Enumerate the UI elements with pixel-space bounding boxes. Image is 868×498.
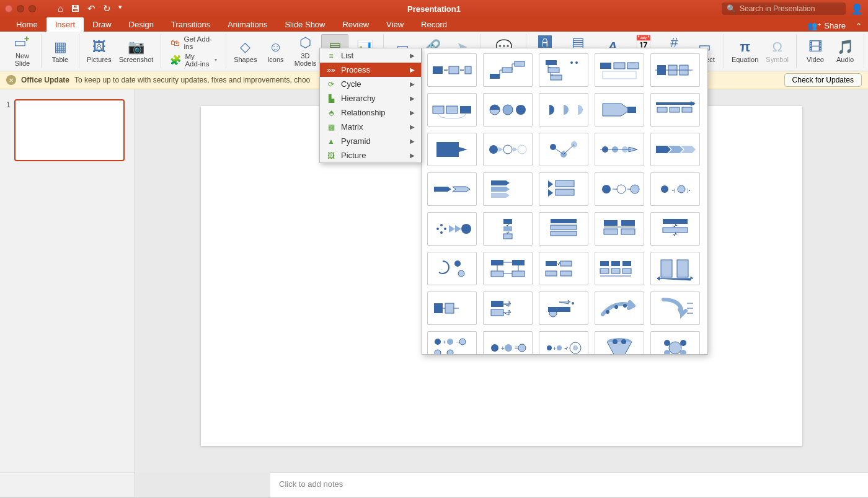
- search-box[interactable]: 🔍: [722, 2, 846, 15]
- gallery-item[interactable]: [427, 212, 477, 246]
- gallery-item[interactable]: +: [539, 331, 588, 355]
- get-addins-button[interactable]: 🛍Get Add-ins: [166, 35, 221, 51]
- smartart-matrix[interactable]: ▩Matrix▶: [320, 120, 421, 134]
- gallery-item[interactable]: [427, 53, 477, 87]
- gallery-item[interactable]: [539, 212, 588, 246]
- search-input[interactable]: [740, 4, 841, 13]
- gallery-item[interactable]: [539, 53, 588, 87]
- svg-point-45: [678, 185, 685, 193]
- gallery-item[interactable]: [483, 133, 533, 166]
- gallery-item[interactable]: [483, 252, 533, 285]
- smartart-picture[interactable]: 🖼Picture▶: [320, 148, 421, 162]
- video-button[interactable]: 🎞Video: [802, 34, 829, 68]
- gallery-item[interactable]: [595, 291, 644, 325]
- audio-button[interactable]: 🎵Audio: [831, 34, 859, 68]
- notes-pane[interactable]: Click to add notes: [270, 473, 868, 497]
- tab-animations[interactable]: Animations: [219, 17, 276, 32]
- svg-point-99: [491, 344, 498, 352]
- redo-icon[interactable]: ↻: [103, 3, 111, 14]
- new-slide-button[interactable]: ▭✚New Slide: [9, 34, 36, 68]
- qat-customize-icon[interactable]: ▾: [118, 3, 122, 14]
- smartart-process[interactable]: »»Process▶: [320, 63, 421, 77]
- smartart-pyramid[interactable]: ▲Pyramid▶: [320, 134, 421, 148]
- table-button[interactable]: ▦Table: [46, 34, 74, 68]
- minimize-window[interactable]: [17, 5, 24, 12]
- quick-access-toolbar: ⌂ 💾︎ ↶ ↻ ▾: [58, 3, 122, 14]
- gallery-item[interactable]: [595, 212, 644, 246]
- gallery-item[interactable]: [595, 93, 644, 127]
- tab-insert[interactable]: Insert: [46, 17, 84, 32]
- submenu-arrow-icon: ▶: [410, 152, 415, 159]
- thumbnail-item[interactable]: 1: [6, 99, 128, 161]
- gallery-item[interactable]: [539, 291, 588, 325]
- tab-design[interactable]: Design: [120, 17, 162, 32]
- gallery-item[interactable]: [539, 252, 588, 285]
- icons-icon: ☺: [268, 38, 282, 55]
- pictures-button[interactable]: 🖼Pictures: [84, 34, 114, 68]
- tab-view[interactable]: View: [378, 17, 412, 32]
- gallery-item[interactable]: [595, 252, 644, 285]
- gallery-item[interactable]: [483, 53, 533, 87]
- gallery-item[interactable]: [427, 172, 477, 206]
- gallery-item[interactable]: +=: [483, 331, 533, 355]
- gallery-item[interactable]: [539, 172, 588, 206]
- gallery-item[interactable]: [595, 331, 644, 355]
- thumbnail-preview[interactable]: [14, 99, 125, 161]
- close-update-icon[interactable]: ✕: [6, 75, 16, 85]
- smartart-hierarchy[interactable]: ▙Hierarchy▶: [320, 91, 421, 105]
- smartart-cycle[interactable]: ⟳Cycle▶: [320, 77, 421, 91]
- gallery-item[interactable]: [483, 93, 533, 127]
- svg-rect-78: [611, 269, 620, 273]
- gallery-item[interactable]: [483, 172, 533, 206]
- gallery-item[interactable]: [650, 252, 700, 285]
- gallery-item[interactable]: [595, 53, 644, 87]
- close-window[interactable]: [5, 5, 12, 12]
- gallery-item[interactable]: •()•: [650, 172, 700, 206]
- tab-record[interactable]: Record: [412, 17, 456, 32]
- tab-review[interactable]: Review: [334, 17, 378, 32]
- tab-transitions[interactable]: Transitions: [162, 17, 219, 32]
- check-updates-button[interactable]: Check for Updates: [784, 73, 862, 87]
- save-icon[interactable]: 💾︎: [71, 3, 80, 14]
- gallery-item[interactable]: [650, 93, 700, 127]
- user-avatar-icon[interactable]: 👤: [851, 3, 863, 15]
- gallery-item[interactable]: [483, 291, 533, 325]
- svg-rect-72: [546, 271, 557, 276]
- share-button[interactable]: 👥⁺ Share: [804, 20, 849, 32]
- equation-button[interactable]: πEquation: [729, 34, 761, 68]
- smartart-menu: ≡List▶ »»Process▶ ⟳Cycle▶ ▙Hierarchy▶ ⬘R…: [319, 48, 422, 163]
- ribbon-tabs: Home Insert Draw Design Transitions Anim…: [0, 17, 868, 32]
- smartart-list[interactable]: ≡List▶: [320, 48, 421, 63]
- screenshot-button[interactable]: 📷Screenshot: [117, 34, 156, 68]
- gallery-item[interactable]: [483, 212, 533, 246]
- tab-draw[interactable]: Draw: [84, 17, 120, 32]
- tab-slideshow[interactable]: Slide Show: [276, 17, 334, 32]
- smartart-relationship[interactable]: ⬘Relationship▶: [320, 105, 421, 120]
- my-addins-button[interactable]: 🧩My Add-ins▾: [166, 52, 221, 68]
- gallery-item[interactable]: [427, 252, 477, 285]
- gallery-item[interactable]: [595, 133, 644, 166]
- gallery-item[interactable]: [539, 93, 588, 127]
- gallery-item[interactable]: [650, 53, 700, 87]
- gallery-item[interactable]: [595, 172, 644, 206]
- gallery-item[interactable]: [650, 331, 700, 355]
- thumbnail-panel[interactable]: 1: [0, 89, 135, 473]
- shapes-button[interactable]: ◇Shapes: [231, 34, 259, 68]
- gallery-item[interactable]: [650, 291, 700, 325]
- gallery-item[interactable]: [427, 133, 477, 166]
- collapse-ribbon-icon[interactable]: ⌃: [856, 22, 862, 30]
- gallery-item[interactable]: [427, 93, 477, 127]
- undo-icon[interactable]: ↶: [87, 3, 95, 14]
- gallery-item[interactable]: [539, 133, 588, 166]
- gallery-item[interactable]: [650, 212, 700, 246]
- svg-rect-0: [433, 66, 443, 74]
- gallery-item[interactable]: [650, 133, 700, 166]
- 3d-models-button[interactable]: ⬡3D Models: [291, 34, 319, 68]
- smartart-gallery[interactable]: •()• +→ += +: [422, 48, 708, 355]
- tab-home[interactable]: Home: [7, 17, 46, 32]
- home-icon[interactable]: ⌂: [58, 3, 63, 14]
- maximize-window[interactable]: [29, 5, 36, 12]
- gallery-item[interactable]: +→: [427, 331, 477, 355]
- icons-button[interactable]: ☺Icons: [262, 34, 289, 68]
- gallery-item[interactable]: [427, 291, 477, 325]
